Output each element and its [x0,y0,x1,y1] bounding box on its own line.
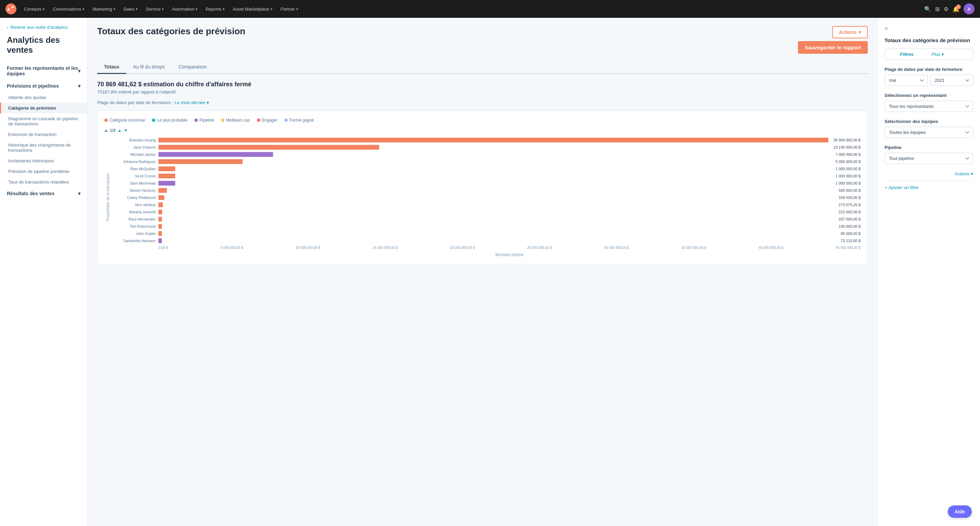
actions-button[interactable]: Actions ▾ [832,26,868,38]
legend-dot-engager [257,118,260,122]
chevron-down-icon: ▾ [162,7,164,11]
chart-pagination: 1/2 ▲ ▼ [104,128,861,133]
chevron-left-icon: ‹ [7,25,8,30]
x-tick: 25 000 000,00 $ [527,246,552,250]
sidebar-section-resultats-header[interactable]: Résultats des ventes ▾ [0,187,87,200]
user-avatar[interactable]: A [964,3,975,14]
bar-fill [158,181,175,186]
panel-collapse-button[interactable]: » [885,25,973,32]
bar-row: Scott Cronin1 000 000,00 $ [111,173,861,179]
chevron-down-icon: ▾ [971,171,973,176]
main-content: Totaux des catégories de prévision Actio… [88,18,877,526]
summary-main-value: 70 869 481,62 $ estimation du chiffre d'… [97,81,868,88]
bar-value: 85 000,00 $ [841,231,861,236]
month-select[interactable]: mai [885,75,928,86]
sidebar-item-instantanes[interactable]: Instantanés historiques [0,155,87,166]
notifications-icon[interactable]: 🔔 5 [953,6,959,12]
pagination-prev[interactable]: ▲ [118,128,122,133]
tab-fil-du-temps[interactable]: Au fil du temps [126,61,172,74]
legend-dot-probable [152,118,155,122]
x-tick: 30 000 000,00 $ [604,246,629,250]
sidebar-section-previsions-header[interactable]: Prévisions et pipelines ▾ [0,80,87,92]
rep-select[interactable]: Tous les représentants [885,101,973,112]
chevron-down-icon: ▾ [270,7,272,11]
bar-label: Brandon Huang [111,138,156,142]
teams-label: Sélectionner des équipes [885,119,973,124]
nav-automation[interactable]: Automation ▾ [169,5,201,14]
bar-track [158,180,831,186]
bar-row: Johanna Rodriguez5 000 000,00 $ [111,159,861,165]
sidebar: ‹ Revenir aux outils d'analytics Analyti… [0,18,88,526]
sidebar-item-categorie[interactable]: Catégorie de prévision [0,103,87,113]
bar-label: Sam Moorhead [111,181,156,185]
bar-label: Steven Norbury [111,188,156,193]
bar-track [158,187,834,193]
chevron-down-icon: ▾ [196,7,197,11]
sidebar-item-quotas[interactable]: Atteinte des quotas [0,92,87,103]
bar-row: Michael James7 000 000,00 $ [111,151,861,158]
bar-row: Marsha Viererbl222 000,00 $ [111,209,861,215]
year-select[interactable]: 2021 [931,75,974,86]
bar-label: Marsha Viererbl [111,210,156,214]
bar-value: 13 100 000,00 $ [833,145,861,149]
save-report-button[interactable]: Sauvegarder le rapport [798,41,868,54]
x-tick: 20 000 000,00 $ [450,246,475,250]
panel-tab-filtres[interactable]: Filtres [885,49,929,60]
search-icon[interactable]: 🔍 [924,6,931,12]
bar-label: Samantha Hamann [111,239,156,243]
legend-item-meilleurs: Meilleurs cas [221,118,250,123]
bar-value: 5 000 000,00 $ [835,159,861,164]
hubspot-logo[interactable] [5,3,16,14]
sidebar-item-ponderee[interactable]: Prévision de pipeline pondérée [0,166,87,177]
bar-label: Jack Chascin [111,145,156,149]
panel-actions-button[interactable]: Actions ▾ [955,171,973,176]
pipeline-select[interactable]: Tout pipeline [885,153,973,164]
bar-row: John Kopke85 000,00 $ [111,231,861,237]
aide-button[interactable]: Aide [948,505,972,518]
date-filter-selector[interactable]: Le mois dernier ▾ [175,100,209,105]
teams-select[interactable]: Toutes les équipes [885,127,973,138]
bar-label: Johanna Rodriguez [111,159,156,164]
panel-title: Totaux des catégories de prévision [885,37,973,43]
bar-label: Raul Hernandez [111,217,156,221]
nav-marketing[interactable]: Marketing ▾ [89,5,118,14]
sidebar-item-entonnoir[interactable]: Entonnoir de transaction [0,129,87,140]
add-filter-button[interactable]: + Ajouter un filtre [885,185,973,190]
bar-fill [158,238,162,243]
chevron-down-icon: ▾ [78,191,80,196]
nav-conversations[interactable]: Conversations ▾ [49,5,88,14]
chevron-down-icon: ▾ [78,68,80,73]
bar-label: Scott Cronin [111,174,156,178]
summary-section: 70 869 481,62 $ estimation du chiffre d'… [97,81,868,105]
svg-point-0 [5,3,16,14]
sidebar-item-cascade[interactable]: Diagramme en cascade du pipeline de tran… [0,113,87,129]
nav-asset-marketplace[interactable]: Asset Marketplace ▾ [229,5,276,14]
nav-service[interactable]: Service ▾ [142,5,167,14]
nav-contacts[interactable]: Contacts ▾ [21,5,48,14]
grid-icon[interactable]: ⊞ [935,6,940,12]
nav-reports[interactable]: Reports ▾ [202,5,228,14]
chart-inner: Brandon Huang39 904 000,00 $Jack Chascin… [111,137,861,257]
nav-sales[interactable]: Sales ▾ [120,5,141,14]
settings-icon[interactable]: ⚙ [944,6,948,12]
panel-tab-more[interactable]: Plus ▾ [929,49,973,60]
bar-value: 500 500,00 $ [839,188,861,193]
tab-comparaison[interactable]: Comparaison [172,61,213,74]
sidebar-section-former-header[interactable]: Former les représentants et les équipes … [0,62,87,80]
x-tick: 40 000 000,00 $ [759,246,783,250]
x-tick: 0,00 $ [158,246,168,250]
bar-value: 100 000,00 $ [839,224,861,228]
bar-track [158,216,834,222]
bar-row: Casey Peddicord339 500,00 $ [111,194,861,201]
bar-label: Ries McQuillan [111,167,156,171]
pagination-next[interactable]: ▼ [124,128,128,133]
legend-dot-pipeline [194,118,198,122]
bar-track [158,194,834,201]
tab-totaux[interactable]: Totaux [97,61,126,74]
bar-value: 222 000,00 $ [839,210,861,214]
sidebar-back-link[interactable]: ‹ Revenir aux outils d'analytics [0,25,87,35]
nav-partner[interactable]: Partner ▾ [277,5,302,14]
sidebar-item-taux[interactable]: Taux de transactions retardées [0,177,87,187]
bar-fill [158,195,164,200]
sidebar-item-historique[interactable]: Historique des changements de transactio… [0,140,87,155]
